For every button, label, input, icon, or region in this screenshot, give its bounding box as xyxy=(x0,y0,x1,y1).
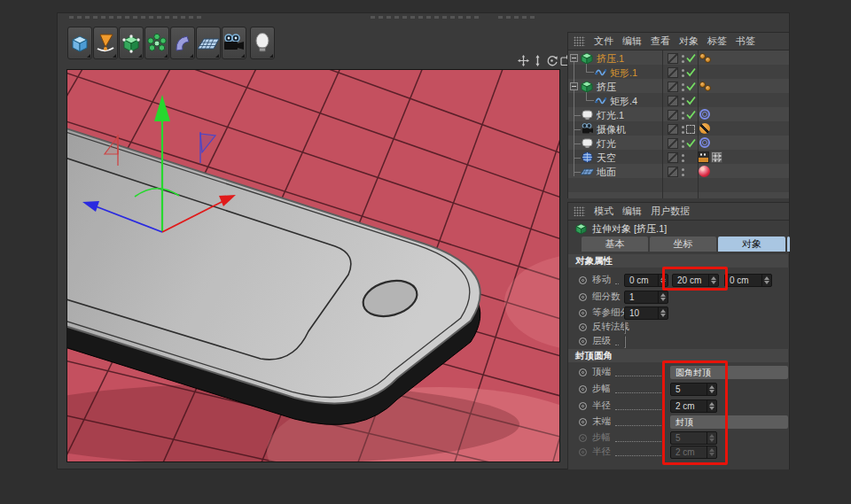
pan-icon[interactable] xyxy=(518,55,529,66)
camera-active-marquee[interactable] xyxy=(686,125,695,134)
start-cap-dropdown[interactable]: 圆角封顶 xyxy=(670,366,788,379)
flip-normals-checkbox[interactable] xyxy=(624,322,626,334)
spinner-icon[interactable] xyxy=(761,275,771,286)
visibility-dots[interactable] xyxy=(682,69,684,72)
enabled-check-icon[interactable] xyxy=(686,67,696,79)
panel-grip-icon[interactable] xyxy=(574,206,585,216)
om-menu-bookmarks[interactable]: 书签 xyxy=(736,35,755,48)
layer-toggle[interactable] xyxy=(668,96,678,106)
camera-button[interactable] xyxy=(222,27,246,59)
am-menu-userdata[interactable]: 用户数据 xyxy=(651,205,690,218)
tab-basic[interactable]: 基本 xyxy=(582,236,648,252)
visibility-dots[interactable] xyxy=(682,168,684,171)
end-cap-dropdown[interactable]: 封顶 xyxy=(670,415,788,429)
enabled-check-icon[interactable] xyxy=(686,81,696,93)
object-row[interactable]: 摄像机 xyxy=(568,122,789,136)
steps-top-field[interactable]: 5 xyxy=(670,383,717,396)
object-row[interactable]: 矩形.4 xyxy=(568,94,789,108)
visibility-dots[interactable] xyxy=(682,83,684,86)
om-menu-tags[interactable]: 标签 xyxy=(707,35,727,48)
visibility-dots[interactable] xyxy=(682,97,684,100)
keyframe-dot-icon[interactable] xyxy=(579,337,587,345)
am-menu-mode[interactable]: 模式 xyxy=(594,205,613,218)
enabled-check-icon[interactable] xyxy=(686,96,696,107)
floor-environment-button[interactable] xyxy=(196,27,221,59)
object-row[interactable]: 挤压.1 xyxy=(568,51,789,66)
tab-coordinates[interactable]: 坐标 xyxy=(650,236,716,252)
keyframe-dot-icon[interactable] xyxy=(579,309,587,317)
layer-toggle[interactable] xyxy=(668,67,678,78)
keyframe-dot-icon[interactable] xyxy=(579,385,587,393)
layer-toggle[interactable] xyxy=(668,167,678,177)
layer-toggle[interactable] xyxy=(668,53,678,64)
object-row[interactable]: 地面 xyxy=(568,165,789,179)
collapse-toggle[interactable] xyxy=(570,82,578,90)
om-menu-edit[interactable]: 编辑 xyxy=(622,35,642,48)
subdivision-field[interactable]: 1 xyxy=(624,291,668,304)
keyframe-dot-icon[interactable] xyxy=(579,418,587,426)
om-menu-objects[interactable]: 对象 xyxy=(679,35,699,48)
y-axis-arrowhead[interactable] xyxy=(154,95,170,121)
movement-y-field[interactable]: 20 cm xyxy=(672,274,719,287)
generator-button[interactable] xyxy=(119,27,144,59)
spinner-icon[interactable] xyxy=(708,275,718,286)
orbit-icon[interactable] xyxy=(546,55,558,66)
panel-grip-icon[interactable] xyxy=(574,36,585,46)
movement-z-field[interactable]: 0 cm xyxy=(724,274,772,287)
enabled-check-icon[interactable] xyxy=(686,138,696,150)
attribute-row-steps-top: 步幅 5 xyxy=(568,381,787,397)
tab-object[interactable]: 对象 xyxy=(718,236,785,252)
object-row[interactable]: 天空 xyxy=(568,151,789,165)
object-row[interactable]: 灯光.1 xyxy=(568,108,789,122)
keyframe-dot-icon[interactable] xyxy=(579,323,587,331)
collapse-toggle[interactable] xyxy=(570,54,578,62)
protection-tag-icon[interactable] xyxy=(699,123,710,134)
dolly-icon[interactable] xyxy=(532,55,543,66)
keyframe-dot-icon[interactable] xyxy=(579,293,587,301)
enabled-check-icon[interactable] xyxy=(686,110,696,121)
object-row[interactable]: 矩形.1 xyxy=(568,66,789,80)
texture-tag-icon[interactable] xyxy=(711,151,722,163)
keyframe-dot-icon[interactable] xyxy=(579,276,587,284)
movement-x-field[interactable]: 0 cm xyxy=(624,274,668,287)
phong-tag-icon[interactable] xyxy=(705,85,711,91)
layer-toggle[interactable] xyxy=(668,124,678,135)
viewport-3d[interactable] xyxy=(66,69,560,462)
om-menu-view[interactable]: 查看 xyxy=(651,35,670,48)
spline-pen-button[interactable] xyxy=(93,27,118,59)
material-tag-icon[interactable] xyxy=(699,166,710,177)
deformer-bend-button[interactable] xyxy=(170,27,195,59)
cube-primitive-button[interactable] xyxy=(67,27,92,59)
light-tag-icon[interactable] xyxy=(699,137,710,148)
modifier-array-button[interactable] xyxy=(144,27,169,59)
layer-toggle[interactable] xyxy=(668,152,678,163)
light-button[interactable] xyxy=(250,27,275,59)
om-menu-file[interactable]: 文件 xyxy=(594,35,613,48)
layer-toggle[interactable] xyxy=(668,110,678,120)
keyframe-dot-icon[interactable] xyxy=(579,368,587,376)
spinner-icon[interactable] xyxy=(658,291,668,303)
enabled-check-icon[interactable] xyxy=(686,53,696,65)
visibility-dots[interactable] xyxy=(682,55,684,58)
visibility-dots[interactable] xyxy=(682,140,684,143)
spinner-icon[interactable] xyxy=(658,275,668,286)
iso-subdivision-field[interactable]: 10 xyxy=(624,306,668,320)
layer-toggle[interactable] xyxy=(668,81,678,92)
visibility-dots[interactable] xyxy=(682,112,684,114)
object-row[interactable]: 挤压 xyxy=(568,80,789,94)
keyframe-dot-icon[interactable] xyxy=(579,402,587,410)
phong-tag-icon[interactable] xyxy=(705,57,711,63)
hierarchy-checkbox[interactable] xyxy=(624,336,626,348)
visibility-dots[interactable] xyxy=(682,126,684,128)
object-row[interactable]: 灯光 xyxy=(568,136,789,151)
tab-partial[interactable] xyxy=(787,236,790,252)
visibility-dots[interactable] xyxy=(682,154,684,157)
am-menu-edit[interactable]: 编辑 xyxy=(622,205,642,218)
spinner-icon[interactable] xyxy=(707,384,716,395)
layer-toggle[interactable] xyxy=(668,138,678,149)
spinner-icon[interactable] xyxy=(707,400,716,412)
compositing-tag-icon[interactable] xyxy=(698,151,709,163)
radius-top-field[interactable]: 2 cm xyxy=(670,399,717,413)
light-tag-icon[interactable] xyxy=(699,109,710,120)
spinner-icon[interactable] xyxy=(658,307,668,319)
